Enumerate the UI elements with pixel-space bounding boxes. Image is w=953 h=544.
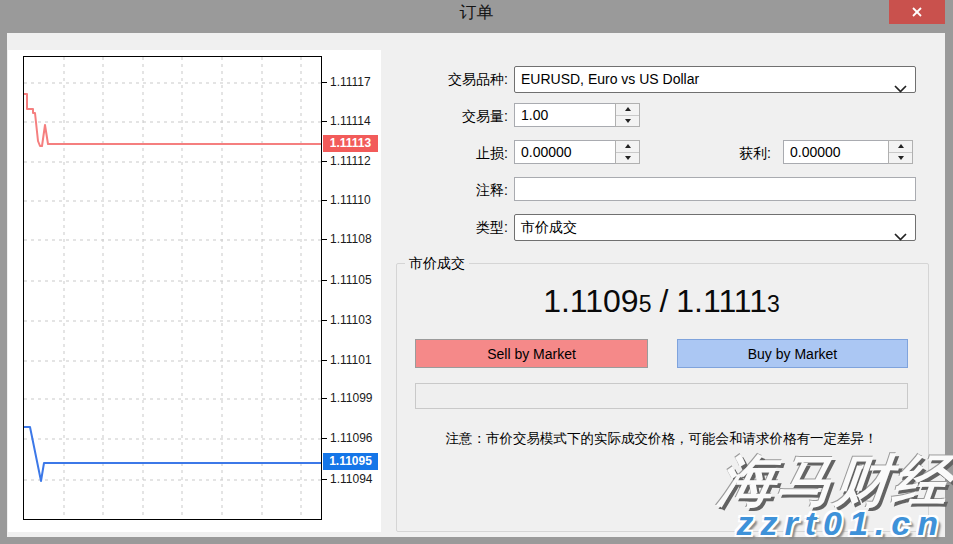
quote-separator: / [651,283,676,320]
volume-label: 交易量: [407,103,508,129]
stoploss-stepper[interactable] [615,140,640,164]
price-axis-label: 1.11101 [322,352,372,368]
price-axis-label: 1.11110 [322,192,371,208]
ask-price-last-digit: 3 [767,291,780,318]
takeprofit-stepper[interactable] [888,140,913,164]
price-axis: 1.11113 1.11095 1.111171.111141.111121.1… [322,56,382,520]
tick-chart [23,56,322,520]
sell-by-market-button[interactable]: Sell by Market [415,339,648,368]
stepper-down-icon[interactable] [889,153,912,164]
title-bar: 订单 [0,0,953,33]
symbol-select[interactable]: EURUSD, Euro vs US Dollar [514,66,916,93]
symbol-label: 交易品种: [407,66,508,93]
price-axis-label: 1.11103 [322,312,372,328]
stepper-up-icon[interactable] [616,141,639,153]
comment-input[interactable] [514,177,916,201]
ask-price-main: 1.1111 [676,283,767,320]
order-type-label: 类型: [407,214,508,241]
stepper-up-icon[interactable] [889,141,912,153]
ask-price-badge: 1.11113 [323,135,378,152]
takeprofit-field-wrap [783,140,913,164]
price-axis-label: 1.11094 [322,471,373,487]
volume-field-wrap [514,103,640,127]
buy-by-market-button[interactable]: Buy by Market [677,339,908,368]
stoploss-label: 止损: [407,140,508,166]
comment-field-wrap [514,177,916,201]
stoploss-field-wrap [514,140,640,164]
stepper-up-icon[interactable] [616,104,639,116]
window-title: 订单 [0,0,953,26]
price-axis-label: 1.11108 [322,231,372,247]
quote-display: 1.11095/1.11113 [396,283,927,327]
execution-progress-bar [415,383,908,409]
takeprofit-label: 获利: [697,140,771,166]
close-icon [911,6,923,18]
bid-price-last-digit: 5 [639,291,652,318]
price-axis-label: 1.11096 [322,430,373,446]
stepper-down-icon[interactable] [616,153,639,164]
price-axis-label: 1.11105 [322,272,372,288]
chevron-down-icon [894,76,907,101]
market-execution-group-label: 市价成交 [405,255,469,273]
chart-panel: 1.11113 1.11095 1.111171.111141.111121.1… [8,50,381,532]
price-axis-label: 1.11117 [322,74,371,90]
tick-chart-canvas [24,57,321,519]
bid-price-badge: 1.11095 [323,453,378,470]
order-type-value: 市价成交 [521,219,577,235]
order-type-select[interactable]: 市价成交 [514,214,916,241]
order-dialog: 订单 1.11113 1.11095 1.111171.111141.11112… [0,0,953,544]
bid-price-main: 1.1109 [543,283,639,320]
watermark-url: zzrt01.cn [737,504,946,543]
price-axis-label: 1.11114 [322,113,371,129]
symbol-value: EURUSD, Euro vs US Dollar [521,71,699,87]
volume-stepper[interactable] [615,103,640,127]
price-axis-label: 1.11099 [322,390,373,406]
close-button[interactable] [889,0,945,24]
chevron-down-icon [894,224,907,249]
price-axis-label: 1.11112 [322,153,371,169]
stepper-down-icon[interactable] [616,116,639,127]
comment-label: 注释: [407,177,508,203]
